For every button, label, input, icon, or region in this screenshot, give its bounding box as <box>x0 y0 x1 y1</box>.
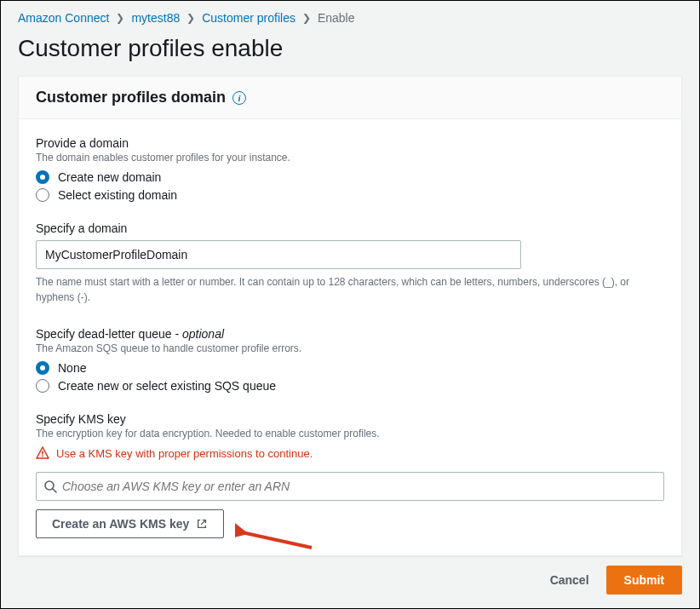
kms-key-input[interactable] <box>57 480 657 493</box>
kms-help: The encryption key for data encryption. … <box>36 428 664 440</box>
kms-warning-text: Use a KMS key with proper permissions to… <box>56 447 313 460</box>
radio-label: Create new or select existing SQS queue <box>58 379 276 393</box>
dlq-label: Specify dead-letter queue - optional <box>36 327 664 341</box>
svg-rect-1 <box>42 456 43 457</box>
kms-warning-row: Use a KMS key with proper permissions to… <box>36 446 664 460</box>
breadcrumb-current: Enable <box>318 11 355 25</box>
radio-icon-unchecked <box>36 379 49 393</box>
page-title: Customer profiles enable <box>1 30 699 76</box>
svg-line-3 <box>53 489 56 492</box>
create-kms-key-button[interactable]: Create an AWS KMS key <box>36 509 224 538</box>
info-icon[interactable]: i <box>232 91 246 105</box>
domain-name-help: The name must start with a letter or num… <box>36 274 664 305</box>
radio-dlq-none[interactable]: None <box>36 361 664 375</box>
chevron-right-icon: ❯ <box>302 12 311 24</box>
domain-name-input[interactable] <box>36 240 521 269</box>
submit-button[interactable]: Submit <box>606 566 682 595</box>
breadcrumb-link-connect[interactable]: Amazon Connect <box>18 11 109 25</box>
provide-domain-label: Provide a domain <box>36 136 664 150</box>
radio-create-domain[interactable]: Create new domain <box>36 170 664 184</box>
warning-icon <box>36 446 49 460</box>
search-icon <box>43 480 57 493</box>
card-header: Customer profiles domain i <box>19 77 681 119</box>
kms-key-search[interactable] <box>36 472 664 501</box>
svg-line-4 <box>201 520 205 525</box>
card-title: Customer profiles domain <box>36 89 226 106</box>
svg-rect-0 <box>42 451 43 455</box>
provide-domain-help: The domain enables customer profiles for… <box>36 152 664 164</box>
specify-domain-label: Specify a domain <box>36 221 664 235</box>
radio-existing-domain[interactable]: Select existing domain <box>36 188 664 202</box>
domain-card: Customer profiles domain i Provide a dom… <box>18 76 682 556</box>
radio-label: Select existing domain <box>58 188 177 202</box>
external-link-icon <box>196 518 208 530</box>
radio-label: Create new domain <box>58 170 161 184</box>
radio-icon-checked <box>36 361 49 375</box>
radio-icon-checked <box>36 170 49 184</box>
radio-dlq-create[interactable]: Create new or select existing SQS queue <box>36 379 664 393</box>
breadcrumb-link-profiles[interactable]: Customer profiles <box>202 11 295 25</box>
kms-label: Specify KMS key <box>36 412 664 426</box>
breadcrumb-link-instance[interactable]: mytest88 <box>131 11 180 25</box>
cancel-button[interactable]: Cancel <box>550 573 589 587</box>
radio-icon-unchecked <box>36 188 49 202</box>
chevron-right-icon: ❯ <box>116 12 124 24</box>
dlq-help: The Amazon SQS queue to handle customer … <box>36 342 664 354</box>
breadcrumb: Amazon Connect ❯ mytest88 ❯ Customer pro… <box>1 1 699 30</box>
footer-actions: Cancel Submit <box>550 566 682 595</box>
radio-label: None <box>58 361 86 375</box>
chevron-right-icon: ❯ <box>186 12 195 24</box>
button-label: Create an AWS KMS key <box>52 517 189 531</box>
